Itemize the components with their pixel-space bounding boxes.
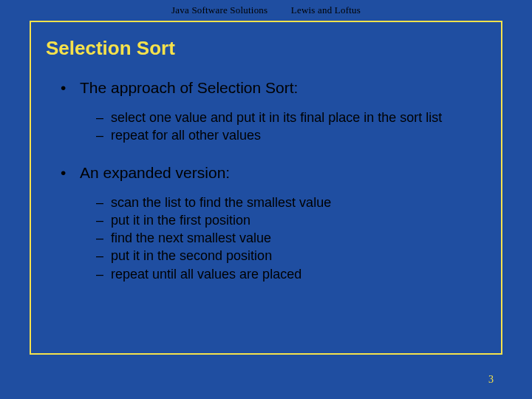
list-item: repeat until all values are placed bbox=[96, 265, 488, 283]
book-title: Java Software Solutions bbox=[171, 4, 267, 16]
page-number: 3 bbox=[488, 374, 494, 386]
content-list-2: An expanded version: bbox=[44, 164, 488, 182]
sublist-expanded: scan the list to find the smallest value… bbox=[96, 194, 488, 283]
bullet-expanded: An expanded version: bbox=[61, 164, 488, 182]
list-item: repeat for all other values bbox=[96, 126, 488, 144]
slide-header: Java Software Solutions Lewis and Loftus bbox=[0, 0, 532, 21]
list-item: put it in the first position bbox=[96, 211, 488, 229]
bullet-approach: The approach of Selection Sort: bbox=[61, 79, 488, 97]
book-authors: Lewis and Loftus bbox=[291, 4, 361, 16]
sublist-approach: select one value and put it in its final… bbox=[96, 109, 488, 145]
content-list: The approach of Selection Sort: bbox=[44, 79, 488, 97]
slide-title: Selection Sort bbox=[46, 37, 488, 60]
list-item: put it in the second position bbox=[96, 247, 488, 265]
list-item: scan the list to find the smallest value bbox=[96, 194, 488, 211]
slide-frame: Selection Sort The approach of Selection… bbox=[30, 21, 502, 355]
list-item: select one value and put it in its final… bbox=[96, 109, 488, 126]
list-item: find the next smallest value bbox=[96, 229, 488, 247]
